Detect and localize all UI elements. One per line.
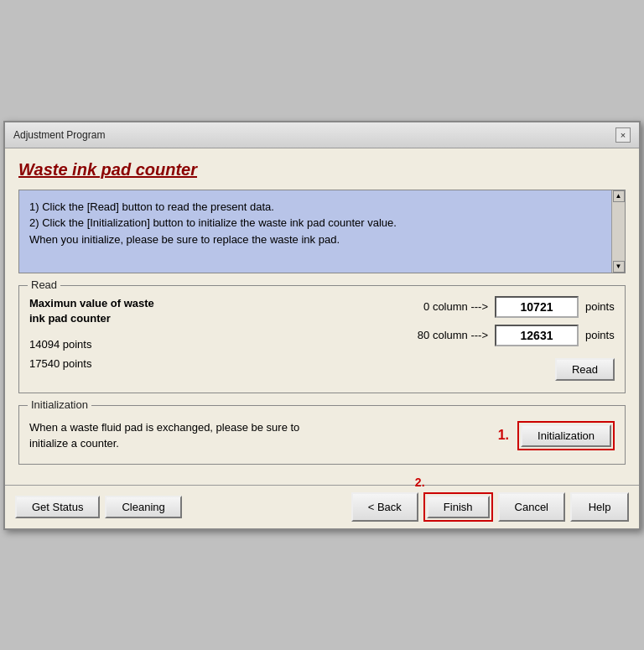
content-area: Waste ink pad counter 1) Click the [Read… [5, 148, 639, 485]
scroll-up-arrow[interactable]: ▲ [613, 190, 625, 202]
column80-input[interactable] [495, 325, 579, 346]
column0-unit: points [585, 300, 615, 313]
column0-label: 0 column ---> [423, 300, 488, 313]
read-left-panel: Maximun value of waste ink pad counter 1… [29, 296, 164, 377]
title-bar: Adjustment Program × [5, 122, 639, 148]
instruction-line2: 2) Click the [Initialization] button to … [29, 215, 598, 231]
bottom-left-buttons: Get Status Cleaning [15, 496, 182, 518]
read-btn-row: Read [555, 358, 615, 381]
cancel-button[interactable]: Cancel [498, 492, 565, 522]
init-button-wrapper: Initialization [517, 421, 615, 450]
initialization-section: Initialization When a waste fluid pad is… [18, 405, 626, 465]
read-right-panel: 0 column ---> points 80 column ---> poin… [180, 296, 615, 381]
scroll-down-arrow[interactable]: ▼ [613, 261, 625, 273]
initialization-button[interactable]: Initialization [521, 424, 611, 447]
finish-button[interactable]: Finish [427, 496, 490, 518]
finish-step-label: 2. [415, 476, 425, 489]
counter-row-80: 80 column ---> points [418, 325, 615, 346]
read-section-legend: Read [28, 278, 60, 291]
max-label: Maximun value of waste ink pad counter [29, 296, 164, 326]
instructions-box: 1) Click the [Read] button to read the p… [18, 190, 626, 273]
init-step-label: 1. [498, 428, 509, 443]
instruction-line1: 1) Click the [Read] button to read the p… [29, 199, 598, 216]
back-button[interactable]: < Back [351, 492, 418, 522]
cleaning-button[interactable]: Cleaning [105, 496, 181, 518]
help-button[interactable]: Help [570, 492, 629, 522]
get-status-button[interactable]: Get Status [15, 496, 100, 518]
counter-row-0: 0 column ---> points [423, 296, 615, 318]
bottom-bar: Get Status Cleaning < Back 2. Finish Can… [5, 485, 639, 528]
column80-unit: points [585, 329, 615, 341]
column80-label: 80 column ---> [418, 329, 488, 341]
point-value-2: 17540 points [29, 357, 164, 370]
init-content: When a waste fluid pad is exchanged, ple… [29, 419, 615, 452]
init-right: 1. Initialization [498, 421, 615, 450]
title-bar-text: Adjustment Program [13, 129, 105, 141]
read-content: Maximun value of waste ink pad counter 1… [29, 296, 615, 381]
column0-input[interactable] [495, 296, 579, 318]
bottom-right-buttons: < Back 2. Finish Cancel Help [351, 492, 629, 522]
close-button[interactable]: × [615, 127, 631, 143]
point-value-1: 14094 points [29, 338, 164, 351]
finish-wrapper: 2. Finish [423, 492, 493, 522]
page-title: Waste ink pad counter [18, 160, 626, 179]
read-button[interactable]: Read [555, 358, 615, 381]
init-section-legend: Initialization [28, 398, 91, 411]
close-icon: × [621, 130, 626, 140]
main-window: Adjustment Program × Waste ink pad count… [3, 121, 641, 530]
read-section: Read Maximun value of waste ink pad coun… [18, 285, 626, 393]
init-text: When a waste fluid pad is exchanged, ple… [29, 419, 331, 452]
scrollbar[interactable]: ▲ ▼ [611, 190, 625, 273]
instruction-line3: When you initialize, please be sure to r… [29, 231, 598, 248]
finish-button-border: Finish [423, 492, 493, 522]
